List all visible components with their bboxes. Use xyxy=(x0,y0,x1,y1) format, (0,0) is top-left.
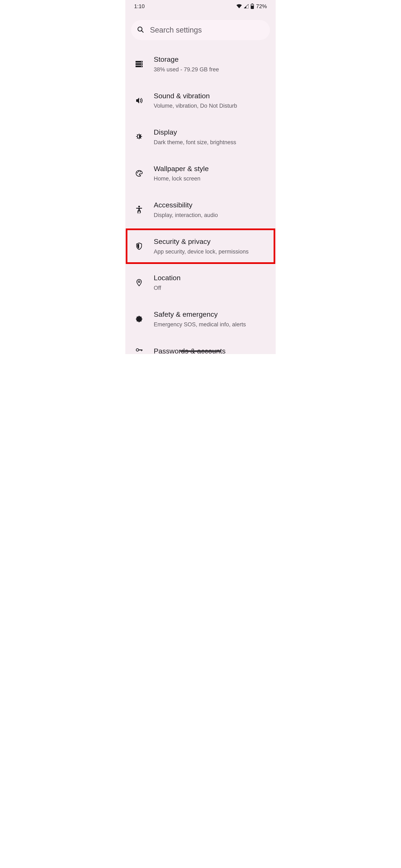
svg-rect-34 xyxy=(141,349,142,351)
svg-line-6 xyxy=(142,31,143,32)
palette-icon xyxy=(133,170,146,177)
cellular-icon xyxy=(244,4,249,8)
settings-item-title: Safety & emergency xyxy=(154,310,246,319)
settings-item-subtitle: Home, lock screen xyxy=(154,175,209,182)
key-icon xyxy=(133,348,146,352)
status-time: 1:10 xyxy=(134,3,145,9)
settings-item-title: Display xyxy=(154,128,236,136)
wifi-icon xyxy=(236,4,242,8)
settings-item-wallpaper[interactable]: Wallpaper & style Home, lock screen xyxy=(125,155,276,192)
settings-item-subtitle: Volume, vibration, Do Not Disturb xyxy=(154,102,237,110)
svg-rect-23 xyxy=(137,213,138,214)
storage-icon xyxy=(133,61,146,67)
svg-rect-10 xyxy=(141,64,142,64)
svg-rect-21 xyxy=(137,210,139,213)
settings-list: Storage 38% used - 79.29 GB free Sound &… xyxy=(125,46,276,354)
settings-item-sound[interactable]: Sound & vibration Volume, vibration, Do … xyxy=(125,83,276,119)
svg-point-15 xyxy=(137,172,138,173)
settings-item-title: Location xyxy=(154,274,181,282)
settings-item-accessibility[interactable]: Accessibility Display, interaction, audi… xyxy=(125,191,276,228)
battery-icon xyxy=(251,4,254,9)
svg-rect-35 xyxy=(142,349,142,351)
svg-rect-12 xyxy=(141,66,142,67)
settings-item-display[interactable]: Display Dark theme, font size, brightnes… xyxy=(125,119,276,155)
display-icon xyxy=(133,133,146,141)
svg-point-27 xyxy=(138,281,140,282)
settings-item-title: Accessibility xyxy=(154,201,218,209)
sound-icon xyxy=(133,97,146,104)
status-right: 72% xyxy=(236,3,267,9)
status-battery-text: 72% xyxy=(256,3,267,9)
svg-point-18 xyxy=(138,206,140,208)
svg-point-32 xyxy=(136,349,139,351)
accessibility-icon xyxy=(133,206,146,214)
settings-item-subtitle: Display, interaction, audio xyxy=(154,212,218,219)
settings-item-security[interactable]: Security & privacy App security, device … xyxy=(125,228,276,265)
gesture-nav-bar[interactable] xyxy=(180,350,221,352)
search-icon xyxy=(137,26,144,34)
settings-item-title: Sound & vibration xyxy=(154,92,237,100)
svg-point-16 xyxy=(138,171,139,172)
svg-rect-26 xyxy=(140,213,140,214)
search-settings[interactable]: Search settings xyxy=(131,20,270,40)
svg-rect-25 xyxy=(139,213,140,214)
svg-rect-33 xyxy=(139,349,142,350)
svg-point-17 xyxy=(140,171,141,172)
svg-rect-8 xyxy=(141,61,142,62)
settings-item-location[interactable]: Location Off xyxy=(125,265,276,301)
settings-item-title: Wallpaper & style xyxy=(154,164,209,173)
svg-rect-24 xyxy=(138,213,139,214)
settings-item-title: Security & privacy xyxy=(154,237,249,246)
settings-item-subtitle: Off xyxy=(154,285,181,292)
settings-item-title: Storage xyxy=(154,55,219,64)
svg-rect-4 xyxy=(251,6,254,9)
phone-screen: 1:10 72% xyxy=(125,0,276,354)
settings-item-storage[interactable]: Storage 38% used - 79.29 GB free xyxy=(125,46,276,83)
search-placeholder: Search settings xyxy=(150,26,202,34)
location-icon xyxy=(133,279,146,287)
settings-item-subtitle: App security, device lock, permissions xyxy=(154,248,249,255)
settings-item-safety[interactable]: Safety & emergency Emergency SOS, medica… xyxy=(125,301,276,337)
svg-rect-22 xyxy=(139,210,141,213)
settings-item-subtitle: 38% used - 79.29 GB free xyxy=(154,66,219,73)
settings-item-subtitle: Emergency SOS, medical info, alerts xyxy=(154,321,246,328)
shield-icon xyxy=(133,243,146,250)
settings-item-subtitle: Dark theme, font size, brightness xyxy=(154,139,236,146)
medical-icon xyxy=(133,315,146,322)
status-bar: 1:10 72% xyxy=(125,0,276,12)
